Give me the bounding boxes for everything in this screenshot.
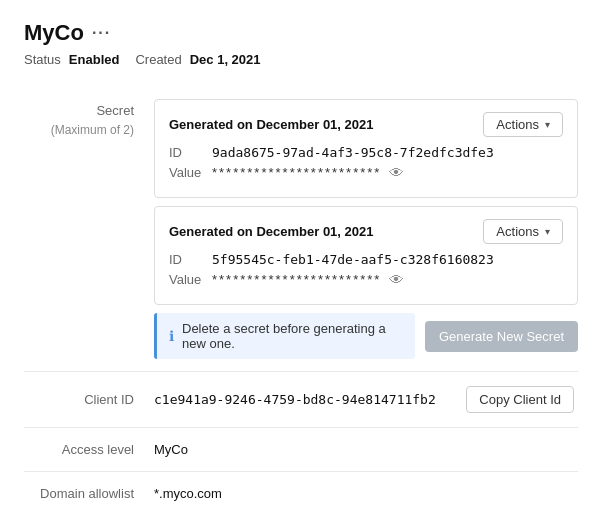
secret-value-field-1: Value ************************ 👁 [169,164,563,181]
status-value: Enabled [69,52,120,67]
info-message: Delete a secret before generating a new … [182,321,403,351]
info-icon: ℹ [169,328,174,344]
domain-allowlist-row: Domain allowlist *.myco.com [24,472,578,515]
generate-new-secret-button[interactable]: Generate New Secret [425,321,578,352]
copy-client-id-button[interactable]: Copy Client Id [466,386,574,413]
actions-button-2[interactable]: Actions ▾ [483,219,563,244]
secret-value-field-2: Value ************************ 👁 [169,271,563,288]
value-label-2: Value [169,272,204,287]
client-id-label: Client ID [24,392,154,407]
status-label: Status [24,52,61,67]
value-stars-1: ************************ [212,165,381,180]
chevron-down-icon-2: ▾ [545,226,550,237]
chevron-down-icon-1: ▾ [545,119,550,130]
domain-allowlist-value: *.myco.com [154,486,222,501]
secrets-content: Generated on December 01, 2021 Actions ▾… [154,99,578,359]
secret-card-1: Generated on December 01, 2021 Actions ▾… [154,99,578,198]
id-label-1: ID [169,145,204,160]
secret-card-1-title: Generated on December 01, 2021 [169,117,374,132]
secret-id-field-1: ID 9ada8675-97ad-4af3-95c8-7f2edfc3dfe3 [169,145,563,160]
secrets-section: Secret (Maximum of 2) Generated on Decem… [24,87,578,372]
ellipsis-icon: ··· [92,24,111,42]
created-value: Dec 1, 2021 [190,52,261,67]
eye-icon-1[interactable]: 👁 [389,164,404,181]
eye-icon-2[interactable]: 👁 [389,271,404,288]
secret-id-field-2: ID 5f95545c-feb1-47de-aaf5-c328f6160823 [169,252,563,267]
actions-button-1[interactable]: Actions ▾ [483,112,563,137]
client-id-row: Client ID c1e941a9-9246-4759-bd8c-94e814… [24,372,578,428]
domain-allowlist-label: Domain allowlist [24,486,154,501]
info-box: ℹ Delete a secret before generating a ne… [154,313,415,359]
secret-card-1-header: Generated on December 01, 2021 Actions ▾ [169,112,563,137]
page-title: MyCo ··· [24,20,578,46]
id-value-2: 5f95545c-feb1-47de-aaf5-c328f6160823 [212,252,494,267]
access-level-label: Access level [24,442,154,457]
value-label-1: Value [169,165,204,180]
app-name: MyCo [24,20,84,46]
id-label-2: ID [169,252,204,267]
client-id-value: c1e941a9-9246-4759-bd8c-94e814711fb2 [154,392,436,407]
secret-card-2-header: Generated on December 01, 2021 Actions ▾ [169,219,563,244]
access-level-value: MyCo [154,442,188,457]
id-value-1: 9ada8675-97ad-4af3-95c8-7f2edfc3dfe3 [212,145,494,160]
client-id-left: Client ID c1e941a9-9246-4759-bd8c-94e814… [24,392,466,407]
secret-card-2-title: Generated on December 01, 2021 [169,224,374,239]
generate-row: ℹ Delete a secret before generating a ne… [154,313,578,359]
secrets-label: Secret (Maximum of 2) [24,99,154,139]
value-stars-2: ************************ [212,272,381,287]
actions-label-1: Actions [496,117,539,132]
status-row: Status Enabled Created Dec 1, 2021 [24,52,578,67]
actions-label-2: Actions [496,224,539,239]
secrets-sub-label: (Maximum of 2) [24,121,134,139]
secret-card-2: Generated on December 01, 2021 Actions ▾… [154,206,578,305]
created-label: Created [135,52,181,67]
access-level-row: Access level MyCo [24,428,578,472]
